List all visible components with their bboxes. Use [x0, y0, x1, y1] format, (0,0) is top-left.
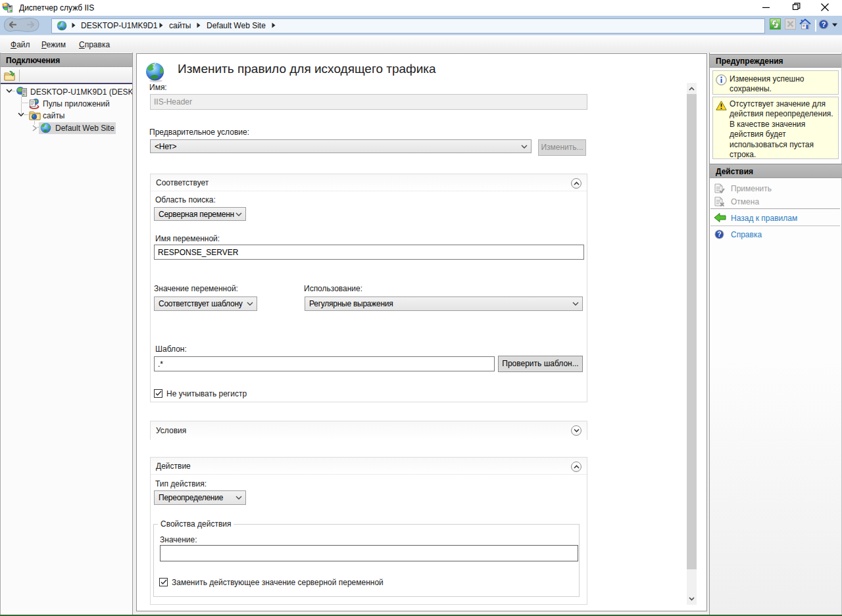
svg-text:?: ?: [822, 20, 826, 28]
svg-text:?: ?: [717, 230, 721, 238]
